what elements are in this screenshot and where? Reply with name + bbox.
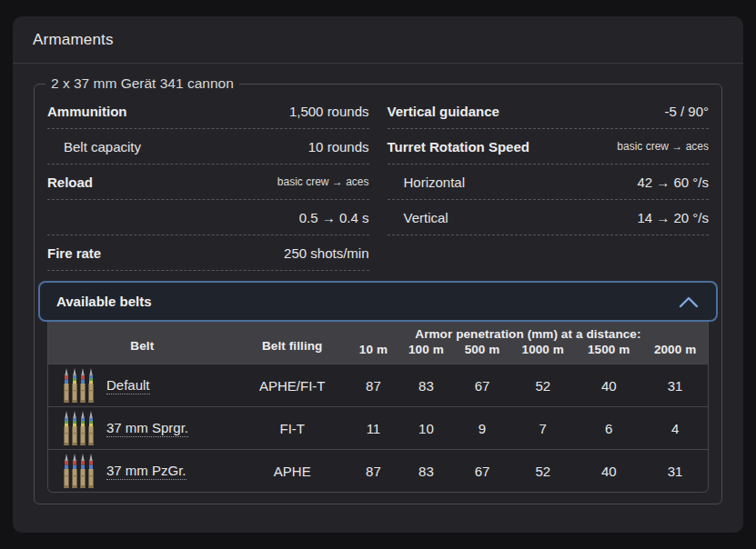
stat-label: Vertical [388,210,449,225]
stat-value: 250 shots/min [284,245,368,261]
table-row-sprgr-belt: 37 mm Sprgr. FI-T 11 10 9 7 6 4 [48,407,708,450]
stat-value: 14 → 20 °/s [637,210,709,225]
weapon-name: 2 x 37 mm Gerät 341 cannon [45,75,239,92]
pen-value: 52 [510,364,575,407]
pen-value: 9 [454,407,510,450]
stat-row-belt-capacity: Belt capacity 10 rounds [47,129,369,165]
pen-value: 83 [398,450,454,493]
armaments-panel: Armaments 2 x 37 mm Gerät 341 cannon Amm… [13,16,743,533]
belt-filling-value: APHE/FI-T [237,364,348,407]
stat-value: 0.5 → 0.4 s [299,210,369,225]
stat-label: Fire rate [47,245,101,261]
belt-link[interactable]: 37 mm PzGr. [106,463,186,480]
pen-value: 7 [510,407,575,450]
belt-link[interactable]: Default [106,377,150,394]
stat-row-vertical-speed: Vertical 14 → 20 °/s [388,200,710,235]
stat-value: 1,500 rounds [289,104,369,119]
pen-value: 87 [348,364,398,407]
stat-row-ammunition: Ammunition 1,500 rounds [47,94,369,129]
stat-row-vertical-guidance: Vertical guidance -5 / 90° [388,94,710,129]
belt-filling-value: APHE [237,450,348,493]
pen-value: 11 [348,407,398,450]
col-header-belt: Belt [48,322,237,364]
ammo-belt-icon [63,454,95,488]
pen-value: 31 [642,364,708,407]
pen-value: 87 [348,450,398,493]
stat-value: basic crew → aces [617,140,709,153]
col-header-distance: 100 m [398,341,454,364]
stat-label: Reload [47,175,93,190]
ammo-belt-icon [63,411,95,445]
pen-value: 67 [454,450,510,493]
stat-value: 42 → 60 °/s [637,175,709,190]
pen-value: 4 [642,407,708,450]
pen-value: 83 [398,364,454,407]
stat-value: basic crew → aces [277,175,369,188]
belts-table: Belt Belt filling Armor penetration (mm)… [48,322,708,492]
pen-value: 52 [510,450,575,493]
stats-column-left: Ammunition 1,500 rounds Belt capacity 10… [47,94,369,271]
belts-table-container: Belt Belt filling Armor penetration (mm)… [47,322,709,493]
stat-row-fire-rate: Fire rate 250 shots/min [47,235,369,271]
pen-value: 67 [454,364,510,407]
stat-value: 10 rounds [308,139,369,155]
col-header-penetration-group: Armor penetration (mm) at a distance: [348,322,708,341]
stat-label: Vertical guidance [388,104,499,119]
weapon-stats: Ammunition 1,500 rounds Belt capacity 10… [38,94,718,271]
weapon-group: 2 x 37 mm Gerät 341 cannon Ammunition 1,… [34,75,722,504]
available-belts-section: Available belts Belt Belt filling [38,281,718,493]
stat-label: Turret Rotation Speed [388,139,529,155]
page-title: Armaments [13,16,743,64]
table-row-default-belt: Default APHE/FI-T 87 83 67 52 40 31 [48,364,708,407]
stat-label: Ammunition [47,104,127,119]
stat-label: Belt capacity [47,139,141,155]
stat-row-reload: Reload basic crew → aces [47,165,369,200]
pen-value: 40 [575,364,642,407]
stat-row-reload-time: 0.5 → 0.4 s [47,200,369,235]
col-header-distance: 10 m [348,341,398,364]
stats-column-right: Vertical guidance -5 / 90° Turret Rotati… [388,94,710,235]
stat-row-turret-rotation: Turret Rotation Speed basic crew → aces [388,129,710,165]
col-header-distance: 1000 m [510,341,575,364]
stat-label: Horizontal [388,175,466,190]
col-header-distance: 500 m [454,341,510,364]
belt-link[interactable]: 37 mm Sprgr. [106,420,188,437]
col-header-belt-filling: Belt filling [237,322,348,364]
ammo-belt-icon [63,368,95,403]
pen-value: 10 [398,407,454,450]
available-belts-title: Available belts [56,294,152,309]
chevron-up-icon[interactable] [678,294,700,309]
pen-value: 6 [575,407,642,450]
stat-value: -5 / 90° [664,104,709,119]
stat-row-horizontal-speed: Horizontal 42 → 60 °/s [388,165,710,200]
col-header-distance: 2000 m [642,341,708,364]
belt-filling-value: FI-T [237,407,348,450]
table-row-pzgr-belt: 37 mm PzGr. APHE 87 83 67 52 40 31 [48,450,708,493]
col-header-distance: 1500 m [575,341,642,364]
pen-value: 40 [575,450,642,493]
available-belts-toggle[interactable]: Available belts [38,281,718,322]
pen-value: 31 [642,450,708,493]
